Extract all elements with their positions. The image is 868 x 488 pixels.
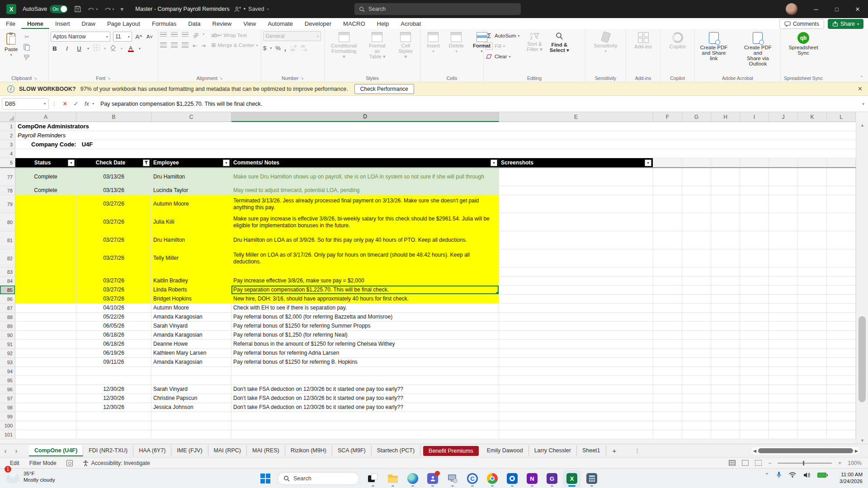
- empty-cell[interactable]: [711, 277, 740, 286]
- comments-cell[interactable]: Pay increase effective 3/8/26, make sure…: [231, 277, 499, 286]
- zoom-in-icon[interactable]: +: [838, 460, 841, 466]
- sheet-tab-ime-fjv-[interactable]: IME (FJV): [171, 445, 208, 456]
- minimize-button[interactable]: ─: [806, 0, 826, 18]
- empty-cell[interactable]: [711, 412, 740, 421]
- empty-cell[interactable]: [682, 367, 711, 376]
- empty-cell[interactable]: [740, 421, 769, 430]
- empty-cell[interactable]: [682, 186, 711, 195]
- calculator-icon[interactable]: [583, 470, 600, 487]
- empty-cell[interactable]: [769, 421, 798, 430]
- empty-cell[interactable]: [827, 322, 856, 331]
- maximize-button[interactable]: □: [826, 0, 847, 18]
- column-header-c[interactable]: C: [151, 112, 231, 122]
- titlebar-search-input[interactable]: Search: [354, 3, 521, 15]
- empty-cell[interactable]: [711, 376, 740, 385]
- screenshots-cell[interactable]: [499, 385, 653, 394]
- check-date-cell[interactable]: 12/30/26: [76, 394, 151, 403]
- empty-cell[interactable]: [653, 385, 682, 394]
- sheet-tab-emily-dawood[interactable]: Emily Dawood: [481, 445, 529, 456]
- empty-cell[interactable]: [798, 186, 827, 195]
- autosave-toggle[interactable]: On: [50, 5, 68, 13]
- empty-cell[interactable]: [827, 349, 856, 358]
- empty-cell[interactable]: [653, 358, 682, 367]
- excel-app-icon[interactable]: X: [6, 4, 16, 14]
- employee-cell[interactable]: Amanda Karagosian: [151, 358, 231, 367]
- empty-cell[interactable]: [798, 385, 827, 394]
- comments-cell[interactable]: Dru Hamilton on LOA as of 3/9/26. So for…: [231, 231, 499, 249]
- page-layout-view-icon[interactable]: [742, 460, 749, 466]
- sheet-options-icon[interactable]: ⋮: [634, 447, 641, 454]
- empty-cell[interactable]: [769, 331, 798, 340]
- empty-cell[interactable]: [769, 340, 798, 349]
- vertical-scrollbar[interactable]: ▲ ▼: [856, 122, 868, 444]
- check-date-cell[interactable]: 03/27/26: [76, 213, 151, 231]
- page-break-view-icon[interactable]: [755, 460, 762, 466]
- column-header-i[interactable]: I: [740, 112, 769, 122]
- empty-cell[interactable]: [653, 340, 682, 349]
- empty-cell[interactable]: [798, 412, 827, 421]
- check-date-cell[interactable]: 04/10/26: [76, 304, 151, 313]
- empty-cell[interactable]: [798, 313, 827, 322]
- empty-cell[interactable]: [740, 277, 769, 286]
- empty-cell[interactable]: [711, 213, 740, 231]
- status-cell[interactable]: [15, 304, 76, 313]
- empty-cell[interactable]: [682, 430, 711, 439]
- empty-cell[interactable]: [711, 186, 740, 195]
- select-all-corner[interactable]: [0, 112, 15, 122]
- edge-icon[interactable]: [404, 470, 421, 487]
- check-date-cell[interactable]: 03/27/26: [76, 195, 151, 213]
- check-date-cell[interactable]: 03/13/26: [76, 168, 151, 186]
- empty-cell[interactable]: [711, 367, 740, 376]
- row-number[interactable]: 88: [0, 313, 15, 322]
- empty-cell[interactable]: [740, 186, 769, 195]
- empty-cell[interactable]: [653, 213, 682, 231]
- fill-button[interactable]: ↓Fill▾: [486, 42, 519, 50]
- row-number[interactable]: 79: [0, 195, 15, 213]
- comments-filter-icon[interactable]: ▾: [491, 160, 497, 166]
- empty-cell[interactable]: [827, 277, 856, 286]
- format-painter-icon[interactable]: [22, 53, 31, 61]
- comments-cell[interactable]: [231, 421, 499, 430]
- empty-cell[interactable]: [682, 249, 711, 267]
- header-screenshots[interactable]: Screenshots ▾: [499, 158, 653, 167]
- sheet-tab-mai-res-[interactable]: MAI (RES): [247, 445, 285, 456]
- column-header-j[interactable]: J: [769, 112, 798, 122]
- status-cell[interactable]: [15, 358, 76, 367]
- empty-cell[interactable]: [769, 168, 798, 186]
- empty-cell[interactable]: [740, 213, 769, 231]
- empty-cell[interactable]: [798, 421, 827, 430]
- empty-cell[interactable]: [740, 267, 769, 277]
- increase-indent-icon[interactable]: ⇥: [201, 42, 206, 49]
- qat-overflow-chevron[interactable]: ▾: [120, 5, 123, 13]
- employee-cell[interactable]: Linda Roberts: [151, 286, 231, 295]
- status-cell[interactable]: [15, 385, 76, 394]
- align-right-icon[interactable]: [182, 42, 189, 47]
- empty-cell[interactable]: [827, 340, 856, 349]
- empty-cell[interactable]: [711, 430, 740, 439]
- spreadsheet-sync-button[interactable]: qb SpreadsheetSync: [786, 31, 821, 56]
- check-date-filter-icon[interactable]: [143, 160, 150, 166]
- dialog-launcher-icon[interactable]: ↘: [33, 76, 37, 80]
- row-number[interactable]: 90: [0, 331, 15, 340]
- comments-cell[interactable]: [231, 267, 499, 277]
- comma-icon[interactable]: ,: [284, 44, 286, 52]
- comments-cell[interactable]: Make sure pay increase is effective 3/8/…: [231, 213, 499, 231]
- empty-cell[interactable]: [769, 186, 798, 195]
- empty-cell[interactable]: [653, 286, 682, 295]
- empty-cell[interactable]: [682, 421, 711, 430]
- empty-cell[interactable]: [653, 231, 682, 249]
- status-cell[interactable]: Complete: [15, 168, 76, 186]
- empty-cell[interactable]: [827, 358, 856, 367]
- check-date-cell[interactable]: 03/27/26: [76, 286, 151, 295]
- status-cell[interactable]: [15, 322, 76, 331]
- find-select-button[interactable]: Find &Select ▾: [547, 31, 572, 54]
- empty-cell[interactable]: [711, 304, 740, 313]
- empty-cell[interactable]: [827, 376, 856, 385]
- empty-cell[interactable]: [827, 195, 856, 213]
- employee-cell[interactable]: Sarah Vinyard: [151, 385, 231, 394]
- screenshots-cell[interactable]: [499, 331, 653, 340]
- screenshots-cell[interactable]: [499, 304, 653, 313]
- row-number[interactable]: 95: [0, 376, 15, 385]
- row-number[interactable]: 78: [0, 186, 15, 195]
- sensitivity-button[interactable]: Sensitivity▾: [591, 31, 620, 54]
